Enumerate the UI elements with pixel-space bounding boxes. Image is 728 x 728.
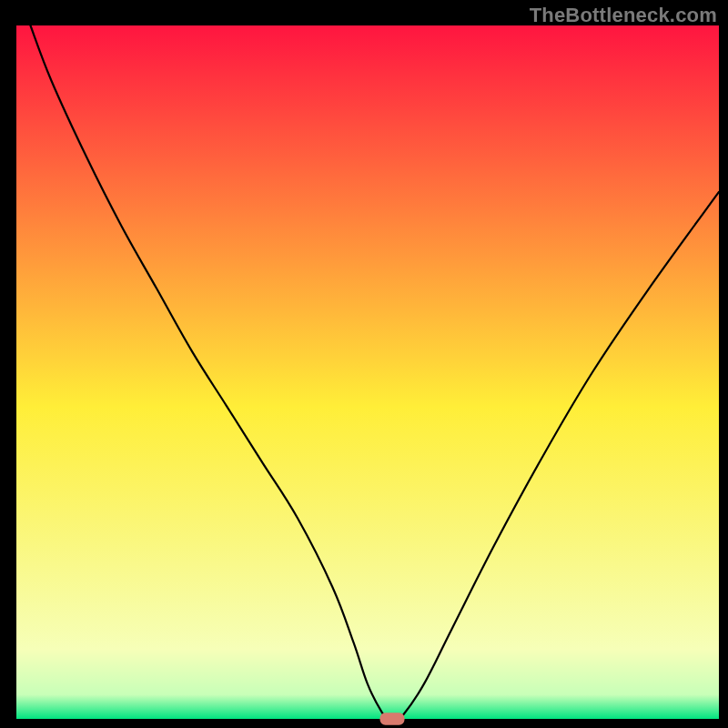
gradient-background: [16, 25, 719, 719]
watermark-text: TheBottleneck.com: [530, 4, 717, 27]
chart-frame: TheBottleneck.com: [0, 0, 728, 728]
bottleneck-chart: [0, 0, 728, 728]
optimum-marker: [380, 713, 405, 725]
